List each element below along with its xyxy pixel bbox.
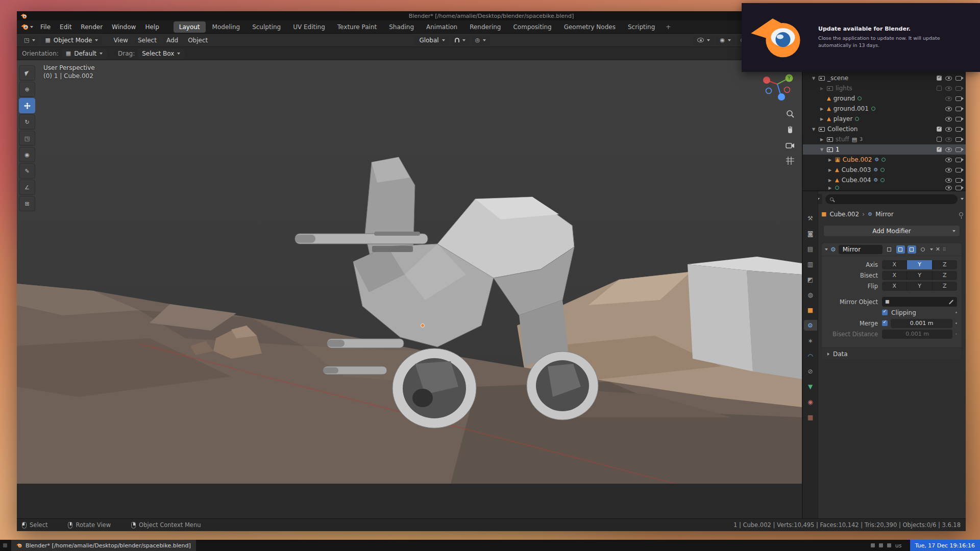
tab-particles[interactable]: ∗ <box>804 335 817 346</box>
animate-dot-icon[interactable] <box>955 322 957 324</box>
workspace-tab-uv-editing[interactable]: UV Editing <box>287 21 331 33</box>
hide-eye-icon[interactable] <box>945 137 952 142</box>
toggle-cage-display[interactable] <box>919 245 927 254</box>
render-visibility-icon[interactable] <box>955 186 962 190</box>
hide-eye-icon[interactable] <box>945 186 952 190</box>
menu-render[interactable]: Render <box>77 22 107 32</box>
tab-texture[interactable]: ▦ <box>804 412 817 422</box>
render-visibility-icon[interactable] <box>955 147 962 152</box>
breadcrumb-object[interactable]: Cube.002 <box>829 211 859 218</box>
hide-eye-icon[interactable] <box>945 127 952 132</box>
tray-network-icon[interactable] <box>871 543 875 547</box>
workspace-tab-scripting[interactable]: Scripting <box>622 21 660 33</box>
workspace-tab-layout[interactable]: Layout <box>174 21 206 33</box>
tab-render[interactable]: ◙ <box>804 228 817 239</box>
menu-window[interactable]: Window <box>108 22 140 32</box>
exclude-checkbox[interactable] <box>937 86 942 91</box>
tab-output[interactable]: ▤ <box>804 243 817 254</box>
hide-eye-icon[interactable] <box>945 86 952 91</box>
render-visibility-icon[interactable] <box>955 158 962 162</box>
hide-eye-icon[interactable] <box>945 107 952 111</box>
render-visibility-icon[interactable] <box>955 86 962 91</box>
tool-select-box[interactable]: ◤ <box>19 65 35 81</box>
disclosure-icon[interactable]: ▼ <box>811 76 816 81</box>
tool-transform[interactable]: ◉ <box>19 147 35 162</box>
hide-eye-icon[interactable] <box>945 117 952 121</box>
data-subpanel-header[interactable]: Data <box>822 347 962 360</box>
tool-measure[interactable]: ∠ <box>19 180 35 195</box>
flip-y-button[interactable]: Y <box>907 282 932 291</box>
modifier-wrench-icon[interactable]: ⚙ <box>873 178 878 183</box>
hide-eye-icon[interactable] <box>945 96 952 101</box>
merge-threshold-field[interactable]: 0.001 m <box>891 319 952 328</box>
workspace-tab-animation[interactable]: Animation <box>421 21 463 33</box>
grid-ortho-icon[interactable] <box>786 156 795 165</box>
render-visibility-icon[interactable] <box>955 137 962 142</box>
panel-expand-caret-icon[interactable] <box>825 248 828 251</box>
flip-x-button[interactable]: X <box>882 282 907 291</box>
update-notification[interactable]: Update available for Blender. Close the … <box>742 3 980 72</box>
render-visibility-icon[interactable] <box>955 127 962 132</box>
outliner-row-cube004[interactable]: ▶ ▲ Cube.004 ⚙ <box>803 175 966 185</box>
properties-search-input[interactable] <box>825 194 958 204</box>
disclosure-icon[interactable]: ▼ <box>811 127 816 132</box>
outliner-row-cube003[interactable]: ▶ ▲ Cube.003 ⚙ <box>803 165 966 175</box>
keyboard-layout-indicator[interactable]: us <box>895 542 902 549</box>
hide-eye-icon[interactable] <box>945 168 952 172</box>
zoom-icon[interactable] <box>786 109 795 118</box>
exclude-checkbox[interactable] <box>937 76 942 81</box>
visibility-dropdown[interactable] <box>693 35 714 45</box>
mode-dropdown[interactable]: ▦ Object Mode <box>41 35 102 45</box>
render-visibility-icon[interactable] <box>955 76 962 81</box>
modifier-name-field[interactable]: Mirror <box>839 245 883 254</box>
hide-eye-icon[interactable] <box>945 178 952 183</box>
outliner-row-collection[interactable]: ▼ Collection <box>803 124 966 134</box>
tool-scale[interactable]: ◳ <box>19 131 35 146</box>
toggle-render-display[interactable] <box>908 245 916 254</box>
tool-add-cube[interactable]: ⊞ <box>19 196 35 211</box>
pan-hand-icon[interactable] <box>786 126 795 135</box>
outliner-row-lights[interactable]: ▶ lights <box>803 83 966 93</box>
render-visibility-icon[interactable] <box>955 168 962 172</box>
modifier-wrench-icon[interactable]: ⚙ <box>873 167 878 172</box>
breadcrumb-modifier[interactable]: Mirror <box>875 211 893 218</box>
axis-y-button[interactable]: Y <box>907 260 932 269</box>
render-visibility-icon[interactable] <box>955 117 962 121</box>
outliner-row-cube002[interactable]: ▶ ▲ Cube.002 ⚙ <box>803 155 966 165</box>
flip-z-button[interactable]: Z <box>933 282 957 291</box>
toggle-realtime-display[interactable] <box>896 245 905 254</box>
workspace-tab-sculpting[interactable]: Sculpting <box>247 21 286 33</box>
mirror-object-field[interactable]: ■ <box>882 297 957 307</box>
menu-edit[interactable]: Edit <box>56 22 76 32</box>
tool-move[interactable] <box>19 98 35 113</box>
hide-eye-icon[interactable] <box>945 158 952 162</box>
workspace-tab-shading[interactable]: Shading <box>383 21 420 33</box>
properties-options-caret-icon[interactable] <box>961 198 964 200</box>
disclosure-icon[interactable]: ▶ <box>827 168 832 172</box>
tab-tool[interactable]: ⚒ <box>804 213 817 223</box>
animate-dot-icon[interactable] <box>955 312 957 313</box>
axis-z-button[interactable]: Z <box>933 260 957 269</box>
tab-modifiers[interactable]: ⚙ <box>804 320 817 331</box>
menu-view[interactable]: View <box>109 35 132 45</box>
add-modifier-button[interactable]: Add Modifier <box>823 225 960 237</box>
disclosure-icon[interactable]: ▶ <box>819 117 824 121</box>
toggle-edit-mode[interactable] <box>885 245 894 254</box>
tab-object-data[interactable]: ▼ <box>804 381 817 392</box>
render-visibility-icon[interactable] <box>955 178 962 183</box>
disclosure-icon[interactable]: ▶ <box>819 107 824 111</box>
exclude-checkbox[interactable] <box>937 147 942 152</box>
workspace-tab-rendering[interactable]: Rendering <box>464 21 506 33</box>
outliner-row-player[interactable]: ▶ ▲ player <box>803 114 966 124</box>
bisect-distance-field[interactable]: 0.001 m <box>882 330 952 339</box>
camera-view-icon[interactable] <box>786 142 795 149</box>
bisect-x-button[interactable]: X <box>882 271 907 280</box>
editor-type-selector[interactable]: ◳ <box>20 35 39 45</box>
disclosure-icon[interactable]: ▶ <box>827 158 832 162</box>
hide-eye-icon[interactable] <box>945 76 952 81</box>
tab-view-layer[interactable]: ▥ <box>804 259 817 269</box>
tool-rotate[interactable]: ↻ <box>19 114 35 130</box>
pin-icon[interactable] <box>959 212 963 216</box>
tab-material[interactable]: ◉ <box>804 396 817 407</box>
disclosure-icon[interactable]: ▶ <box>819 137 824 142</box>
